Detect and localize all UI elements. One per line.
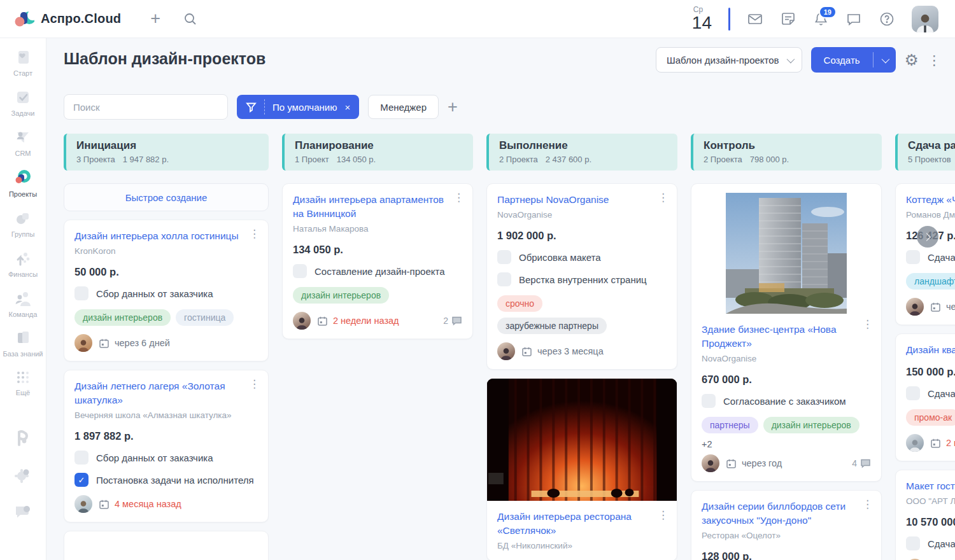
bell-icon[interactable]: 19 [813, 11, 829, 27]
tag[interactable]: ландшафт [906, 273, 955, 290]
column-header[interactable]: Инициация 3 Проекта1 947 882 р. [64, 134, 269, 171]
kebab-menu-icon[interactable]: ⋮ [862, 319, 873, 330]
chat-bubble-icon[interactable] [13, 503, 32, 521]
project-card[interactable]: Дизайн серии биллбордов сети закусочных … [691, 490, 882, 560]
checkbox[interactable] [906, 536, 920, 550]
checkbox[interactable] [906, 250, 920, 264]
project-card[interactable]: Дизайн интерьера ресторана «Светлячок» ⋮… [486, 378, 677, 560]
card-title-link[interactable]: Дизайн серии биллбордов сети закусочных … [702, 500, 871, 528]
kebab-menu-icon[interactable]: ⋮ [249, 379, 260, 389]
checkbox[interactable] [74, 451, 88, 465]
card-title-link[interactable]: Дизайн интерьера апартаментов на Винницк… [293, 193, 462, 221]
create-dropdown-toggle[interactable] [873, 52, 896, 67]
tag[interactable]: дизайн интерьеров [74, 309, 171, 326]
tag-list: ландшафт [906, 273, 955, 290]
checkbox[interactable] [293, 264, 307, 278]
calendar-date-widget[interactable]: Ср 14 [692, 6, 712, 32]
tag[interactable]: промо-ак [906, 409, 955, 426]
card-title-link[interactable]: Дизайн интерьера холла гостиницы [74, 229, 258, 243]
sidebar-item-crm[interactable]: CRM [0, 129, 46, 158]
comments-count[interactable]: 2 [443, 316, 462, 326]
manager-view-tab[interactable]: Менеджер [368, 95, 439, 119]
mail-icon[interactable] [747, 11, 763, 27]
help-icon[interactable] [879, 11, 895, 27]
column-header[interactable]: Планирование 1 Проект134 050 р. [282, 134, 473, 171]
remove-filter-icon[interactable]: × [344, 102, 350, 113]
kebab-menu-icon[interactable]: ⋮ [453, 192, 464, 203]
app-logo-icon[interactable] [13, 427, 32, 447]
tag[interactable]: партнеры [702, 417, 758, 433]
project-card[interactable]: Дизайн интерьера апартаментов на Винницк… [282, 183, 473, 339]
checkbox[interactable] [702, 394, 716, 408]
assignee-avatar[interactable] [906, 434, 924, 452]
assignee-avatar[interactable] [702, 454, 719, 472]
sidebar-item-projects[interactable]: Проекты [0, 168, 46, 199]
search-input[interactable] [64, 94, 228, 120]
assignee-avatar[interactable] [74, 495, 92, 513]
comments-count[interactable]: 4 [852, 458, 871, 468]
project-card[interactable]: Партнеры NovaOrganise ⋮ NovaOrganise 1 9… [486, 183, 677, 370]
assignee-avatar[interactable] [293, 312, 311, 330]
sidebar-item-knowledge-base[interactable]: База знаний [0, 329, 46, 359]
kebab-menu-icon[interactable]: ⋮ [658, 192, 668, 203]
column-header[interactable]: Сдача раб 5 Проектов [895, 134, 955, 171]
project-card[interactable]: Дизайн летнего лагеря «Золотая шкатулка»… [64, 370, 269, 522]
assignee-avatar[interactable] [74, 334, 92, 352]
add-view-icon[interactable]: + [448, 99, 458, 116]
chat-icon[interactable] [845, 11, 862, 27]
user-avatar[interactable] [912, 6, 938, 32]
checkbox[interactable] [74, 286, 88, 300]
theater-curtain-cover-image[interactable] [487, 379, 677, 501]
quick-add-icon[interactable]: + [150, 10, 160, 27]
project-card[interactable]: Коттедж «Ч Романов Дми 126 427 р. Сдача … [895, 183, 955, 325]
project-card[interactable]: Дизайн кварти 150 000 р. Сдача промо-ак … [895, 333, 955, 461]
column-header[interactable]: Контроль 2 Проекта798 000 р. [691, 134, 882, 171]
filter-chip-default[interactable]: По умолчанию × [237, 95, 359, 119]
assignee-avatar[interactable] [497, 342, 515, 360]
sidebar-item-more[interactable]: Ещё [0, 369, 46, 398]
sidebar-item-groups[interactable]: Группы [0, 209, 46, 239]
project-card[interactable]: Дизайн интерьера холла гостиницы ⋮ KronK… [64, 220, 269, 361]
card-title-link[interactable]: Дизайн кварти [906, 343, 955, 357]
board-scroll-right-button[interactable] [917, 226, 938, 248]
project-card[interactable] [64, 531, 269, 560]
tag[interactable]: зарубежные партнеры [497, 318, 607, 334]
settings-gear-icon[interactable] [13, 466, 32, 485]
notes-icon[interactable] [780, 11, 796, 27]
search-icon[interactable] [183, 12, 197, 26]
project-card[interactable]: Макет гости ООО "АРТ ЛА 10 570 000 Сдача [895, 470, 955, 560]
sidebar-item-finance[interactable]: Финансы [0, 249, 46, 279]
board-settings-gear-icon[interactable]: ⚙ [905, 52, 919, 68]
kebab-menu-icon[interactable]: ⋮ [658, 510, 668, 521]
header-kebab-menu-icon[interactable]: ⋮ [928, 53, 941, 67]
sidebar-item-team[interactable]: Команда [0, 290, 46, 319]
tag[interactable]: дизайн интерьеров [763, 417, 860, 433]
due-date: 4 месяца назад [99, 499, 181, 510]
kebab-menu-icon[interactable]: ⋮ [862, 499, 873, 510]
card-title-link[interactable]: Коттедж «Ч [906, 193, 955, 207]
tag[interactable]: срочно [497, 295, 542, 312]
sidebar-item-start[interactable]: Старт [0, 48, 46, 78]
card-title-link[interactable]: Здание бизнес-центра «Нова Проджект» [702, 323, 871, 351]
building-cover-image[interactable] [726, 193, 847, 314]
tag[interactable]: гостиница [176, 309, 234, 326]
card-title-link[interactable]: Макет гости [906, 479, 955, 493]
tag[interactable]: дизайн интерьеров [293, 287, 389, 304]
card-title-link[interactable]: Дизайн интерьера ресторана «Светлячок» [497, 510, 667, 538]
quick-create-button[interactable]: Быстрое создание [64, 183, 269, 211]
checkbox[interactable] [74, 473, 88, 487]
app-logo[interactable]: Аспро.Cloud [14, 10, 121, 29]
more-tags-count[interactable]: +2 [702, 439, 871, 449]
kebab-menu-icon[interactable]: ⋮ [249, 228, 260, 239]
checkbox[interactable] [497, 272, 511, 286]
create-button[interactable]: Создать [811, 47, 896, 73]
card-title-link[interactable]: Дизайн летнего лагеря «Золотая шкатулка» [74, 379, 258, 407]
checkbox[interactable] [906, 386, 920, 400]
sidebar-item-tasks[interactable]: Задачи [0, 88, 46, 118]
assignee-avatar[interactable] [906, 298, 924, 316]
column-header[interactable]: Выполнение 2 Проекта2 437 600 р. [486, 134, 677, 171]
template-select[interactable]: Шаблон дизайн-проектов [656, 47, 802, 73]
checkbox[interactable] [497, 250, 511, 264]
project-card[interactable]: Здание бизнес-центра «Нова Проджект» ⋮ N… [691, 183, 882, 482]
card-title-link[interactable]: Партнеры NovaOrganise [497, 193, 667, 207]
